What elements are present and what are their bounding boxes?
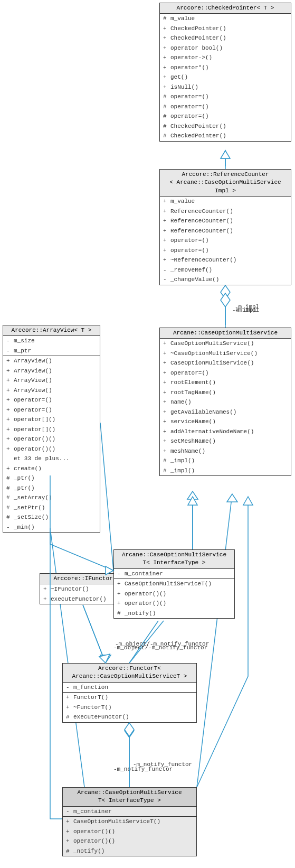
- member-row: #_notify(): [114, 609, 234, 619]
- case-option-multi-service-t2-attrs: -m_container: [63, 807, 196, 817]
- member-row: #operator=(): [160, 102, 291, 112]
- svg-marker-8: [100, 655, 111, 663]
- svg-marker-3: [221, 285, 230, 299]
- case-option-multi-service-t-attrs: -m_container: [114, 569, 234, 579]
- svg-line-25: [129, 621, 158, 663]
- member-row: -m_size: [3, 336, 100, 346]
- member-row: +~CaseOptionMultiService(): [160, 349, 291, 359]
- member-row: +~FunctorT(): [63, 703, 196, 713]
- svg-line-14: [50, 528, 84, 787]
- member-row: +operator=(): [3, 405, 100, 415]
- member-row: +isNull(): [160, 82, 291, 92]
- member-row: +~ReferenceCounter(): [160, 255, 291, 265]
- checked-pointer-members: #m_value +CheckedPointer() +CheckedPoint…: [160, 14, 291, 141]
- member-row: #m_value: [160, 14, 291, 24]
- member-row: +ReferenceCounter(): [160, 207, 291, 217]
- functor-t-methods: +FunctorT() +~FunctorT() #executeFunctor…: [63, 692, 196, 722]
- svg-marker-28: [125, 723, 134, 736]
- member-row: +operator[](): [3, 415, 100, 425]
- case-option-multi-service-t-box: Arcane::CaseOptionMultiServiceT< Interfa…: [113, 549, 235, 619]
- member-row: #_ptr(): [3, 473, 100, 483]
- svg-marker-1: [222, 151, 229, 158]
- member-row: +name(): [160, 397, 291, 407]
- svg-marker-13: [227, 494, 237, 502]
- diagram-container: -m_impl -m_impl -m_object/-m_notify_f: [0, 0, 295, 868]
- member-row: +CaseOptionMultiServiceT(): [114, 579, 234, 589]
- member-row: +rootElement(): [160, 378, 291, 388]
- case-option-multi-service-members: +CaseOptionMultiService() +~CaseOptionMu…: [160, 339, 291, 475]
- member-row: #_impl(): [160, 466, 291, 476]
- svg-marker-21: [188, 497, 197, 505]
- reference-counter-box: Arccore::ReferenceCounter< Arcane::CaseO…: [159, 169, 291, 285]
- case-option-multi-service-t2-methods: +CaseOptionMultiServiceT() +operator()()…: [63, 816, 196, 856]
- member-row: +CheckedPointer(): [160, 33, 291, 43]
- array-view-box: Arccore::ArrayView< T > -m_size -m_ptr +…: [3, 325, 100, 533]
- member-row: +ArrayView(): [3, 356, 100, 366]
- member-row: +operator=(): [160, 368, 291, 378]
- functor-t-title: Arccore::FunctorT<Arcane::CaseOptionMult…: [63, 664, 196, 683]
- svg-marker-30: [243, 497, 253, 505]
- member-row: #_setArray(): [3, 493, 100, 503]
- member-row: +create(): [3, 464, 100, 474]
- member-row: +ArrayView(): [3, 386, 100, 396]
- member-row: +getAvailableNames(): [160, 407, 291, 417]
- member-row: +m_value: [160, 197, 291, 207]
- member-row: -m_container: [63, 807, 196, 817]
- member-row: +operator bool(): [160, 43, 291, 53]
- checked-pointer-box: Arccore::CheckedPointer< T > #m_value +C…: [159, 3, 291, 142]
- case-option-multi-service-title: Arcane::CaseOptionMultiService: [160, 328, 291, 339]
- member-row: #_notify(): [63, 846, 196, 856]
- m-notify-functor-label-div: -m_notify_functor: [113, 766, 173, 772]
- member-row: +operator()(): [114, 599, 234, 609]
- svg-line-6: [100, 423, 113, 571]
- member-row: +operator()(): [114, 589, 234, 599]
- case-option-multi-service-t2-title: Arcane::CaseOptionMultiServiceT< Interfa…: [63, 788, 196, 807]
- array-view-title: Arccore::ArrayView< T >: [3, 325, 100, 336]
- case-option-multi-service-t2-box: Arcane::CaseOptionMultiServiceT< Interfa…: [62, 787, 197, 856]
- member-row: +operator()(): [3, 444, 100, 454]
- member-row: +operator()(): [63, 827, 196, 837]
- member-row: +get(): [160, 72, 291, 82]
- member-row: +CaseOptionMultiService(): [160, 339, 291, 349]
- svg-line-23: [83, 605, 106, 663]
- member-row: #executeFunctor(): [63, 712, 196, 722]
- member-row: +setMeshName(): [160, 436, 291, 446]
- member-row: +ArrayView(): [3, 366, 100, 376]
- member-row: -_min(): [3, 522, 100, 533]
- member-row: +operator[](): [3, 425, 100, 435]
- functor-t-box: Arccore::FunctorT<Arcane::CaseOptionMult…: [62, 663, 197, 723]
- member-row: et 33 de plus...: [3, 454, 100, 464]
- member-row: +meshName(): [160, 446, 291, 456]
- member-row: +ReferenceCounter(): [160, 226, 291, 236]
- member-row: +operator=(): [160, 236, 291, 246]
- svg-line-12: [197, 494, 232, 787]
- case-option-multi-service-t-title: Arcane::CaseOptionMultiServiceT< Interfa…: [114, 550, 234, 569]
- svg-marker-11: [125, 724, 134, 738]
- member-row: +operator=(): [3, 395, 100, 405]
- svg-marker-24: [99, 654, 110, 663]
- case-option-multi-service-t-methods: +CaseOptionMultiServiceT() +operator()()…: [114, 578, 234, 618]
- svg-marker-16: [221, 151, 230, 158]
- functor-t-attrs: -m_function: [63, 683, 196, 693]
- member-row: +operator*(): [160, 63, 291, 73]
- member-row: +operator->(): [160, 53, 291, 63]
- reference-counter-members: +m_value +ReferenceCounter() +ReferenceC…: [160, 197, 291, 285]
- case-option-multi-service-box: Arcane::CaseOptionMultiService +CaseOpti…: [159, 328, 291, 476]
- member-row: #CheckedPointer(): [160, 122, 291, 132]
- member-row: +operator=(): [160, 246, 291, 256]
- member-row: +addAlternativeNodeName(): [160, 427, 291, 437]
- svg-line-7: [83, 605, 106, 663]
- member-row: -m_ptr: [3, 346, 100, 356]
- checked-pointer-title: Arccore::CheckedPointer< T >: [160, 3, 291, 14]
- member-row: +CaseOptionMultiService(): [160, 358, 291, 368]
- svg-marker-5: [187, 491, 198, 499]
- member-row: #_setPtr(): [3, 503, 100, 513]
- svg-marker-19: [221, 293, 230, 307]
- member-row: +CaseOptionMultiServiceT(): [63, 817, 196, 827]
- member-row: +operator()(): [3, 434, 100, 444]
- member-row: -m_function: [63, 683, 196, 693]
- member-row: +operator()(): [63, 836, 196, 846]
- member-row: -_removeRef(): [160, 265, 291, 275]
- member-row: #CheckedPointer(): [160, 131, 291, 141]
- member-row: #_impl(): [160, 456, 291, 466]
